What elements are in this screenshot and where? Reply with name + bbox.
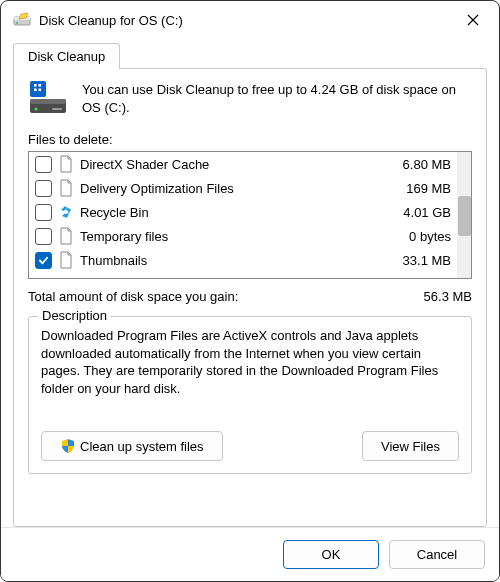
scrollbar-thumb[interactable] xyxy=(458,196,471,236)
file-name: Delivery Optimization Files xyxy=(80,181,377,196)
window-title: Disk Cleanup for OS (C:) xyxy=(39,13,451,28)
svg-rect-9 xyxy=(30,99,66,104)
file-icon xyxy=(58,227,74,245)
view-files-label: View Files xyxy=(381,439,440,454)
svg-rect-7 xyxy=(39,89,42,92)
svg-rect-3 xyxy=(30,81,46,97)
checkbox[interactable] xyxy=(35,180,52,197)
client-area: Disk Cleanup You can use Disk Cleanup to… xyxy=(1,39,499,527)
intro-text: You can use Disk Cleanup to free up to 4… xyxy=(82,81,472,116)
file-size: 169 MB xyxy=(383,181,451,196)
checkbox[interactable] xyxy=(35,204,52,221)
file-icon xyxy=(58,251,74,269)
table-row[interactable]: DirectX Shader Cache6.80 MB xyxy=(29,152,457,176)
shield-icon xyxy=(60,438,76,454)
total-line: Total amount of disk space you gain: 56.… xyxy=(28,289,472,304)
table-row[interactable]: Temporary files0 bytes xyxy=(29,224,457,248)
description-title: Description xyxy=(38,308,111,323)
ok-button[interactable]: OK xyxy=(283,540,379,569)
svg-point-12 xyxy=(64,210,68,214)
total-label: Total amount of disk space you gain: xyxy=(28,289,402,304)
tab-disk-cleanup[interactable]: Disk Cleanup xyxy=(13,43,120,69)
close-button[interactable] xyxy=(451,5,495,35)
dialog-footer: OK Cancel xyxy=(1,527,499,581)
checkbox[interactable] xyxy=(35,156,52,173)
file-name: Thumbnails xyxy=(80,253,377,268)
ok-label: OK xyxy=(322,547,341,562)
checkbox[interactable] xyxy=(35,228,52,245)
file-list: DirectX Shader Cache6.80 MBDelivery Opti… xyxy=(28,151,472,279)
total-value: 56.3 MB xyxy=(402,289,472,304)
recycle-bin-icon xyxy=(58,203,74,221)
files-label: Files to delete: xyxy=(28,132,472,147)
panel: You can use Disk Cleanup to free up to 4… xyxy=(13,68,487,527)
svg-point-2 xyxy=(16,22,18,24)
file-size: 0 bytes xyxy=(383,229,451,244)
svg-point-10 xyxy=(34,107,37,110)
cleanup-system-files-label: Clean up system files xyxy=(80,439,204,454)
title-bar: Disk Cleanup for OS (C:) xyxy=(1,1,499,39)
checkbox[interactable] xyxy=(35,252,52,269)
file-size: 33.1 MB xyxy=(383,253,451,268)
description-text: Downloaded Program Files are ActiveX con… xyxy=(41,327,459,421)
table-row[interactable]: Thumbnails33.1 MB xyxy=(29,248,457,272)
file-size: 6.80 MB xyxy=(383,157,451,172)
file-size: 4.01 GB xyxy=(383,205,451,220)
svg-rect-11 xyxy=(52,108,62,110)
file-name: Temporary files xyxy=(80,229,377,244)
cancel-label: Cancel xyxy=(417,547,457,562)
table-row[interactable]: Delivery Optimization Files169 MB xyxy=(29,176,457,200)
drive-icon xyxy=(28,81,68,118)
tab-strip: Disk Cleanup xyxy=(13,43,487,68)
description-group: Description Downloaded Program Files are… xyxy=(28,316,472,474)
file-name: DirectX Shader Cache xyxy=(80,157,377,172)
svg-rect-6 xyxy=(34,89,37,92)
view-files-button[interactable]: View Files xyxy=(362,431,459,461)
scrollbar[interactable] xyxy=(457,152,471,278)
close-icon xyxy=(467,14,479,26)
svg-rect-4 xyxy=(34,84,37,87)
file-icon xyxy=(58,155,74,173)
cleanup-system-files-button[interactable]: Clean up system files xyxy=(41,431,223,461)
app-icon xyxy=(13,11,31,29)
table-row[interactable]: Recycle Bin4.01 GB xyxy=(29,200,457,224)
intro-row: You can use Disk Cleanup to free up to 4… xyxy=(28,81,472,118)
file-icon xyxy=(58,179,74,197)
cancel-button[interactable]: Cancel xyxy=(389,540,485,569)
svg-rect-5 xyxy=(39,84,42,87)
file-name: Recycle Bin xyxy=(80,205,377,220)
